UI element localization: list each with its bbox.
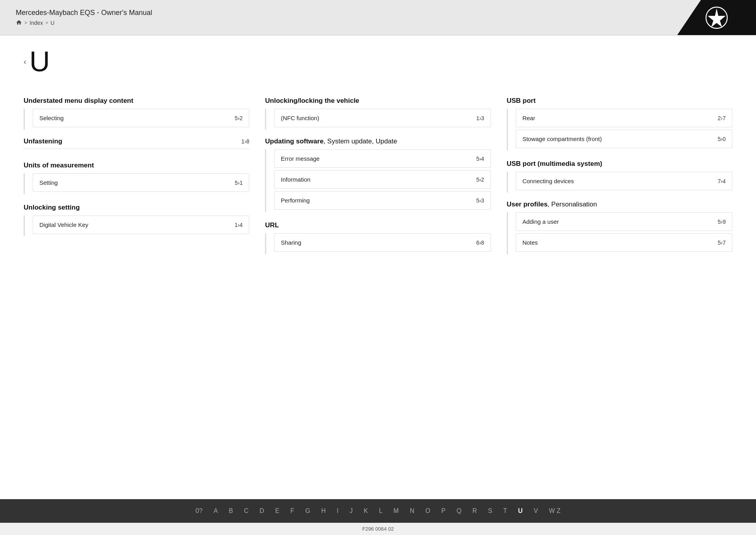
entry-error-message[interactable]: Error message 5›4 — [274, 149, 491, 168]
alpha-e[interactable]: E — [270, 499, 285, 523]
alpha-0[interactable]: 0? — [190, 499, 208, 523]
entry-notes[interactable]: Notes 5›7 — [516, 233, 732, 252]
section-heading-unlocking-setting: Unlocking setting — [24, 204, 249, 212]
home-icon[interactable] — [16, 19, 22, 27]
indented-section-understated: Selecting 5›2 — [24, 109, 249, 130]
alpha-f[interactable]: F — [285, 499, 300, 523]
entry-page-adding-user: 5›9 — [718, 219, 726, 225]
mercedes-logo — [677, 0, 756, 35]
entry-page-information: 5›2 — [476, 176, 484, 183]
section-heading-understated: Understated menu display content — [24, 97, 249, 105]
entry-label-sharing: Sharing — [281, 239, 301, 246]
index-column-3: USB port Rear 2›7 Stowage compartments (… — [507, 87, 732, 254]
entry-connecting-devices[interactable]: Connecting devices 7›4 — [516, 172, 732, 190]
section-heading-url: URL — [265, 221, 491, 229]
alpha-a[interactable]: A — [208, 499, 223, 523]
page-letter: U — [30, 47, 50, 76]
alpha-j[interactable]: J — [344, 499, 358, 523]
indented-section-updating: Error message 5›4 Information 5›2 Perfor… — [265, 149, 491, 212]
heading-unfastening-row: Unfastening 1›8 — [24, 137, 249, 145]
alpha-d[interactable]: D — [254, 499, 270, 523]
doc-id: F296 0064 02 — [362, 526, 394, 532]
main-content: ‹ U Understated menu display content Sel… — [0, 35, 756, 499]
entry-setting[interactable]: Setting 5›1 — [33, 173, 249, 192]
entry-performing[interactable]: Performing 5›3 — [274, 191, 491, 210]
section-heading-updating-bold: Updating software — [265, 137, 323, 145]
entry-page-sharing: 6›8 — [476, 240, 484, 246]
entry-label-information: Information — [281, 176, 310, 183]
section-heading-usb-multimedia: USB port (multimedia system) — [507, 160, 732, 168]
section-heading-units: Units of measurement — [24, 162, 249, 169]
alphabet-nav: 0? A B C D E F G H I J K L M N O P Q R S… — [0, 499, 756, 523]
alpha-g[interactable]: G — [300, 499, 315, 523]
entry-page-nfc: 1›3 — [476, 115, 484, 121]
alpha-h[interactable]: H — [316, 499, 332, 523]
alpha-v[interactable]: V — [528, 499, 543, 523]
entry-page-stowage-front: 5›0 — [718, 136, 726, 142]
alpha-wz[interactable]: W Z — [543, 499, 566, 523]
entry-label-rear: Rear — [523, 115, 536, 121]
section-heading-unfastening: Unfastening — [24, 137, 62, 145]
entry-nfc[interactable]: (NFC function) 1›3 — [274, 109, 491, 127]
entry-label-nfc: (NFC function) — [281, 115, 319, 121]
alpha-n[interactable]: N — [404, 499, 420, 523]
entry-label-performing: Performing — [281, 197, 309, 204]
alpha-u[interactable]: U — [513, 499, 528, 523]
alpha-m[interactable]: M — [388, 499, 404, 523]
entry-page-dvk: 1›4 — [235, 222, 243, 228]
index-column-1: Understated menu display content Selecti… — [24, 87, 249, 254]
entry-label-selecting: Selecting — [39, 115, 64, 121]
index-grid: Understated menu display content Selecti… — [24, 87, 732, 254]
entry-label-notes: Notes — [523, 239, 538, 246]
alpha-b[interactable]: B — [223, 499, 239, 523]
alpha-p[interactable]: P — [436, 499, 451, 523]
indented-section-units: Setting 5›1 — [24, 173, 249, 194]
document-title: Mercedes-Maybach EQS - Owner's Manual — [16, 9, 662, 17]
alpha-o[interactable]: O — [420, 499, 435, 523]
entry-page-notes: 5›7 — [718, 240, 726, 246]
entry-stowage-front[interactable]: Stowage compartments (front) 5›0 — [516, 130, 732, 148]
alpha-t[interactable]: T — [498, 499, 513, 523]
section-heading-updating-normal: , System update, Update — [324, 137, 397, 145]
breadcrumb-sep-2: > — [45, 20, 48, 26]
header: Mercedes-Maybach EQS - Owner's Manual > … — [0, 0, 756, 35]
breadcrumb: > Index > U — [16, 19, 662, 27]
entry-selecting[interactable]: Selecting 5›2 — [33, 109, 249, 127]
prev-arrow[interactable]: ‹ — [24, 57, 26, 66]
entry-page-rear: 2›7 — [718, 115, 726, 121]
entry-label-adding-user: Adding a user — [523, 218, 559, 225]
alpha-q[interactable]: Q — [451, 499, 467, 523]
indented-section-usb-port: Rear 2›7 Stowage compartments (front) 5›… — [507, 109, 732, 150]
indented-section-url: Sharing 6›8 — [265, 233, 491, 254]
entry-sharing[interactable]: Sharing 6›8 — [274, 233, 491, 252]
mercedes-star-icon — [705, 6, 728, 30]
footer: F296 0064 02 — [0, 523, 756, 535]
indented-section-user-profiles: Adding a user 5›9 Notes 5›7 — [507, 212, 732, 254]
header-left: Mercedes-Maybach EQS - Owner's Manual > … — [0, 0, 677, 35]
entry-digital-vehicle-key[interactable]: Digital Vehicle Key 1›4 — [33, 215, 249, 234]
page-letter-container: ‹ U — [24, 47, 732, 76]
alpha-l[interactable]: L — [373, 499, 388, 523]
page-unfastening: 1›8 — [241, 138, 249, 145]
entry-label-dvk: Digital Vehicle Key — [39, 221, 88, 228]
section-heading-unlocking-vehicle: Unlocking/locking the vehicle — [265, 97, 491, 105]
entry-page-error-message: 5›4 — [476, 156, 484, 162]
entry-label-error-message: Error message — [281, 155, 319, 162]
alpha-r[interactable]: R — [467, 499, 483, 523]
breadcrumb-sep-1: > — [24, 20, 27, 26]
entry-information[interactable]: Information 5›2 — [274, 170, 491, 189]
alpha-c[interactable]: C — [239, 499, 254, 523]
entry-page-setting: 5›1 — [235, 180, 243, 186]
entry-page-selecting: 5›2 — [235, 115, 243, 121]
section-heading-user-profiles: User profiles, Personalisation — [507, 201, 732, 208]
alpha-i[interactable]: I — [331, 499, 344, 523]
entry-adding-user[interactable]: Adding a user 5›9 — [516, 212, 732, 231]
entry-rear[interactable]: Rear 2›7 — [516, 109, 732, 127]
svg-marker-1 — [708, 8, 726, 27]
alpha-k[interactable]: K — [358, 499, 374, 523]
alpha-s[interactable]: S — [482, 499, 498, 523]
breadcrumb-current: U — [50, 20, 54, 26]
indented-section-unlocking-vehicle: (NFC function) 1›3 — [265, 109, 491, 130]
breadcrumb-index[interactable]: Index — [30, 20, 43, 26]
indented-section-unlocking-setting: Digital Vehicle Key 1›4 — [24, 215, 249, 236]
